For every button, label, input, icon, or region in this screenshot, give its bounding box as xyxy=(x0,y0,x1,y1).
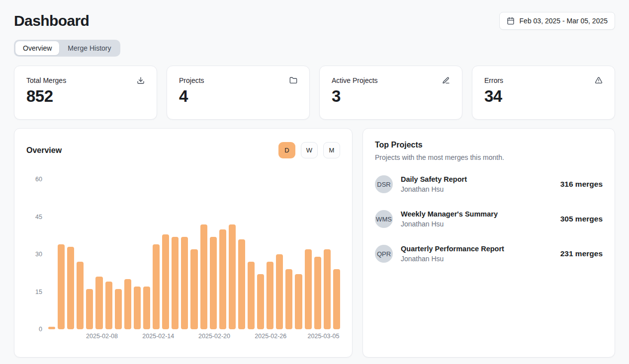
x-axis-tick-2025-02-20: 2025-02-20 xyxy=(198,333,230,340)
y-axis-tick-45: 45 xyxy=(35,214,42,220)
pen-icon xyxy=(442,76,450,84)
project-name: Quarterly Performance Report xyxy=(401,245,504,253)
project-owner: Jonathan Hsu xyxy=(401,255,504,263)
page-title: Dashboard xyxy=(14,12,89,29)
stat-card-errors: Errors 34 xyxy=(472,66,615,120)
bar-2025-02-07[interactable] xyxy=(86,289,93,329)
bar-2025-03-03[interactable] xyxy=(314,257,321,329)
project-merge-count: 316 merges xyxy=(560,180,603,189)
chart-range-buttons: DWM xyxy=(278,142,340,158)
bar-2025-02-09[interactable] xyxy=(105,282,112,329)
x-axis-tick-2025-02-26: 2025-02-26 xyxy=(255,333,286,340)
bar-2025-03-05[interactable] xyxy=(333,269,340,329)
calendar-icon xyxy=(507,17,515,25)
stat-card-label: Active Projects xyxy=(332,76,378,84)
bar-2025-02-14[interactable] xyxy=(153,244,160,329)
y-axis-tick-15: 15 xyxy=(35,289,42,295)
bar-2025-03-04[interactable] xyxy=(324,249,331,329)
project-name: Weekly Manager's Summary xyxy=(401,210,498,218)
dashboard-page: Dashboard Feb 03, 2025 - Mar 05, 2025 Ov… xyxy=(0,0,629,364)
y-axis-tick-30: 30 xyxy=(35,251,42,258)
bar-2025-02-04[interactable] xyxy=(58,244,65,329)
project-owner: Jonathan Hsu xyxy=(401,220,498,228)
bar-2025-02-06[interactable] xyxy=(77,262,84,329)
stat-card-total-merges: Total Merges 852 xyxy=(14,66,157,120)
project-list-item-qpr[interactable]: QPR Quarterly Performance Report Jonatha… xyxy=(375,245,603,263)
bar-2025-02-11[interactable] xyxy=(124,279,131,329)
bar-2025-02-24[interactable] xyxy=(248,262,255,329)
project-avatar: QPR xyxy=(375,245,393,263)
stat-card-projects: Projects 4 xyxy=(167,66,310,120)
project-merge-count: 305 merges xyxy=(560,215,603,223)
stat-card-value: 34 xyxy=(484,87,603,106)
chart-plot-area xyxy=(48,179,340,329)
range-button-w[interactable]: W xyxy=(301,142,318,158)
project-owner: Jonathan Hsu xyxy=(401,185,467,193)
project-avatar: WMS xyxy=(375,210,393,228)
x-axis-tick-2025-03-05: 2025-03-05 xyxy=(308,333,340,340)
date-range-label: Feb 03, 2025 - Mar 05, 2025 xyxy=(520,17,608,25)
top-projects-card: Top Projects Projects with the most merg… xyxy=(362,128,615,358)
project-list-item-dsr[interactable]: DSR Daily Safety Report Jonathan Hsu 316… xyxy=(375,175,603,193)
page-header: Dashboard Feb 03, 2025 - Mar 05, 2025 xyxy=(14,12,615,30)
tab-overview[interactable]: Overview xyxy=(15,41,59,55)
range-button-m[interactable]: M xyxy=(323,142,340,158)
bar-2025-02-27[interactable] xyxy=(276,254,283,329)
x-axis-tick-2025-02-08: 2025-02-08 xyxy=(86,333,118,340)
bar-2025-02-23[interactable] xyxy=(238,239,245,329)
bar-2025-02-12[interactable] xyxy=(134,287,141,329)
bar-2025-03-01[interactable] xyxy=(295,274,302,329)
range-button-d[interactable]: D xyxy=(278,142,295,158)
bar-2025-02-25[interactable] xyxy=(257,274,264,329)
bar-2025-02-19[interactable] xyxy=(200,224,207,329)
chart-title: Overview xyxy=(26,146,62,155)
bar-2025-02-08[interactable] xyxy=(95,277,102,329)
y-axis-tick-60: 60 xyxy=(35,176,42,183)
bar-2025-02-15[interactable] xyxy=(162,234,169,329)
bar-2025-02-05[interactable] xyxy=(67,247,74,329)
top-projects-list: DSR Daily Safety Report Jonathan Hsu 316… xyxy=(375,175,603,263)
stat-cards-row: Total Merges 852 Projects 4 Active Proje… xyxy=(14,66,615,120)
stat-card-value: 3 xyxy=(332,87,450,106)
view-tabs: OverviewMerge History xyxy=(14,40,120,57)
chart-header: Overview DWM xyxy=(26,142,340,158)
x-axis-tick-2025-02-14: 2025-02-14 xyxy=(142,333,174,340)
project-merge-count: 231 merges xyxy=(560,249,603,258)
chart-y-axis: 015304560 xyxy=(26,179,48,329)
date-range-button[interactable]: Feb 03, 2025 - Mar 05, 2025 xyxy=(499,12,615,30)
overview-chart-card: Overview DWM 015304560 2025-02-082025-02… xyxy=(14,128,353,358)
bar-2025-02-26[interactable] xyxy=(267,262,273,329)
stat-card-value: 852 xyxy=(26,87,145,106)
chart-x-axis: 2025-02-082025-02-142025-02-202025-02-26… xyxy=(48,333,340,343)
stat-card-value: 4 xyxy=(179,87,297,106)
stat-card-active-projects: Active Projects 3 xyxy=(319,66,462,120)
stat-card-label: Total Merges xyxy=(26,76,66,84)
bar-2025-02-16[interactable] xyxy=(172,237,179,329)
stat-card-label: Errors xyxy=(484,76,503,84)
bar-2025-02-18[interactable] xyxy=(190,249,197,329)
bar-chart: 015304560 xyxy=(26,179,340,329)
alert-triangle-icon xyxy=(595,76,603,84)
stat-card-label: Projects xyxy=(179,76,204,84)
top-projects-title: Top Projects xyxy=(375,141,603,149)
tab-merge-history[interactable]: Merge History xyxy=(60,41,118,55)
bar-2025-02-10[interactable] xyxy=(115,289,122,329)
main-content-row: Overview DWM 015304560 2025-02-082025-02… xyxy=(14,128,615,358)
bar-2025-02-28[interactable] xyxy=(285,269,292,329)
project-name: Daily Safety Report xyxy=(401,175,467,183)
project-list-item-wms[interactable]: WMS Weekly Manager's Summary Jonathan Hs… xyxy=(375,210,603,228)
bar-2025-03-02[interactable] xyxy=(305,249,312,329)
bar-2025-02-22[interactable] xyxy=(229,224,236,329)
folder-icon xyxy=(289,76,297,84)
bar-2025-02-21[interactable] xyxy=(219,229,226,329)
y-axis-tick-0: 0 xyxy=(39,326,42,333)
bar-2025-02-03[interactable] xyxy=(48,327,55,329)
bar-2025-02-13[interactable] xyxy=(143,287,150,329)
bar-2025-02-17[interactable] xyxy=(181,237,188,329)
download-icon xyxy=(137,76,145,84)
top-projects-subtitle: Projects with the most merges this month… xyxy=(375,153,603,161)
project-avatar: DSR xyxy=(375,175,393,193)
bar-2025-02-20[interactable] xyxy=(210,237,217,329)
